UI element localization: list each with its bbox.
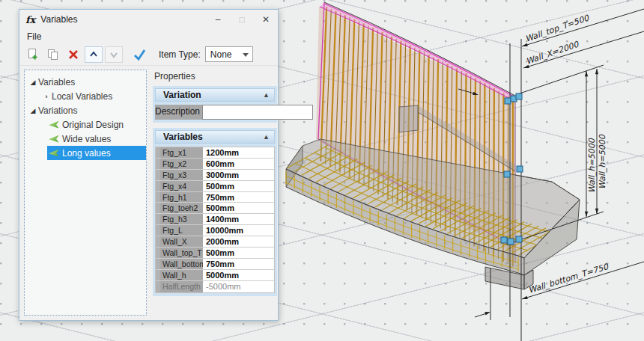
properties-label: Properties <box>154 71 277 82</box>
variables-dialog: fx Variables – □ ✕ File <box>19 9 279 321</box>
description-input[interactable] <box>202 105 313 120</box>
window-title: Variables <box>40 14 206 25</box>
variable-row: Ftg_x1 1200mm <box>156 147 274 159</box>
variable-value-cell[interactable]: 5000mm <box>203 270 274 280</box>
desktop: { "window": { "title": "Variables", "ico… <box>0 0 644 341</box>
select-caret-icon <box>243 53 249 57</box>
variable-value-cell[interactable]: 500mm <box>203 248 274 258</box>
menu-file[interactable]: File <box>19 31 49 42</box>
chevron-down-icon <box>107 49 121 61</box>
variable-name-cell: Wall_X <box>160 236 203 247</box>
copy-icon <box>46 48 60 61</box>
variable-row: HalfLength -5000mm <box>156 281 274 292</box>
tree-expander-icon[interactable] <box>41 93 52 100</box>
tree-item[interactable]: Variations <box>26 103 146 117</box>
copy-button[interactable] <box>44 46 62 63</box>
variable-value-cell[interactable]: -5000mm <box>203 281 274 292</box>
dim-label-wall-h-outer: Wall_h=5000 <box>598 134 607 189</box>
variation-header-label: Variation <box>163 90 201 100</box>
tree-item-label: Long values <box>62 148 111 159</box>
variable-value-cell[interactable]: 2000mm <box>203 236 274 247</box>
tree-item-label: Local Variables <box>52 91 112 102</box>
collapse-caret-icon[interactable]: ▲ <box>263 91 270 99</box>
variables-table: Ftg_x1 1200mm Ftg_x2 600mm Ftg_x3 3000mm… <box>155 147 275 293</box>
item-type-label: Item Type: <box>159 49 201 60</box>
variable-name-cell: Ftg_h3 <box>160 214 203 224</box>
delete-x-icon <box>67 48 80 61</box>
selection-handle[interactable] <box>517 166 523 172</box>
variable-row: Ftg_toeh2 500mm <box>156 203 274 214</box>
tree-item[interactable]: Wide values <box>47 132 146 146</box>
variable-row: Wall_h 5000mm <box>156 270 274 281</box>
variable-row: Wall_bottom_T 750mm <box>156 259 274 270</box>
tree-item[interactable]: Variables <box>26 75 146 89</box>
variable-value-cell[interactable]: 1400mm <box>203 214 274 224</box>
tree-item[interactable]: Original Design <box>47 117 146 132</box>
variable-value-cell[interactable]: 10000mm <box>203 225 274 236</box>
variable-name-cell: Ftg_x4 <box>160 181 203 191</box>
dim-label-wall-h-inner: Wall_h=5000 <box>587 138 597 193</box>
item-type-value: None <box>210 49 232 60</box>
selection-handle[interactable] <box>501 237 507 243</box>
selection-handle[interactable] <box>516 236 522 242</box>
description-row: Description <box>155 105 275 120</box>
properties-panel: Properties Variation ▲ Description Varia… <box>153 71 277 301</box>
variable-value-cell[interactable]: 750mm <box>203 259 274 269</box>
variable-name-cell: Ftg_x1 <box>160 147 203 158</box>
variable-row: Ftg_x3 3000mm <box>156 170 274 181</box>
variable-value-cell[interactable]: 1200mm <box>203 147 274 158</box>
variables-header-label: Variables <box>163 132 203 142</box>
fx-icon: fx <box>25 14 35 25</box>
description-label: Description <box>155 105 202 120</box>
new-page-icon <box>26 48 40 61</box>
variable-name-cell: Ftg_toeh2 <box>160 203 203 213</box>
variable-value-cell[interactable]: 3000mm <box>203 170 274 180</box>
variable-name-cell: Ftg_x2 <box>160 159 203 169</box>
variables-group-header[interactable]: Variables ▲ <box>155 130 275 144</box>
item-type-select[interactable]: None <box>205 46 253 62</box>
minimize-button[interactable]: – <box>206 10 230 29</box>
move-down-button[interactable] <box>105 46 123 63</box>
variable-value-cell[interactable]: 500mm <box>203 181 274 191</box>
variable-value-cell[interactable]: 500mm <box>203 203 274 213</box>
variable-row: Wall_X 2000mm <box>156 236 274 248</box>
dim-label-wall-bottom-t: Wall_bottom_T=750 <box>527 262 610 295</box>
selection-handle[interactable] <box>505 98 511 104</box>
variable-row: Ftg_h1 750mm <box>156 192 274 203</box>
tree-item-label: Variations <box>38 105 77 116</box>
maximize-button[interactable]: □ <box>230 10 254 29</box>
variable-row: Wall_top_T 500mm <box>156 248 274 259</box>
variation-icon <box>49 135 59 143</box>
selection-handle[interactable] <box>516 93 522 99</box>
variable-value-cell[interactable]: 750mm <box>203 192 274 203</box>
new-variable-button[interactable] <box>24 46 42 63</box>
variable-name-cell: Ftg_L <box>160 225 203 236</box>
variation-group-header[interactable]: Variation ▲ <box>155 88 275 102</box>
tree-expander-icon[interactable] <box>28 107 38 114</box>
apply-button[interactable] <box>131 46 149 63</box>
variation-group: Variation ▲ Description <box>153 86 277 123</box>
variables-tree[interactable]: Variables Local Variables Variations Ori… <box>24 70 147 316</box>
tree-item[interactable]: Local Variables <box>40 89 146 103</box>
tree-item[interactable]: Long values <box>47 146 146 160</box>
collapse-caret-icon[interactable]: ▲ <box>263 133 270 141</box>
tree-item-label: Variables <box>38 77 75 87</box>
toolbar: Item Type: None <box>19 43 278 66</box>
variable-row: Ftg_L 10000mm <box>156 225 274 236</box>
delete-button[interactable] <box>64 46 82 63</box>
variable-name-cell: Wall_h <box>160 270 203 280</box>
variable-value-cell[interactable]: 600mm <box>203 159 274 169</box>
selection-handle[interactable] <box>508 239 514 245</box>
tree-expander-icon[interactable] <box>28 79 38 86</box>
selection-handle[interactable] <box>504 171 510 177</box>
tree-item-label: Original Design <box>62 120 124 130</box>
close-button[interactable]: ✕ <box>254 10 278 29</box>
variable-name-cell: Wall_top_T <box>160 248 203 258</box>
variable-row: Ftg_x2 600mm <box>156 159 274 170</box>
move-up-button[interactable] <box>85 46 103 63</box>
variable-name-cell: Wall_bottom_T <box>160 259 203 269</box>
chevron-up-icon <box>87 49 100 61</box>
title-bar[interactable]: fx Variables – □ ✕ <box>19 10 278 29</box>
variable-row: Ftg_h3 1400mm <box>156 214 274 225</box>
check-icon <box>133 48 148 61</box>
